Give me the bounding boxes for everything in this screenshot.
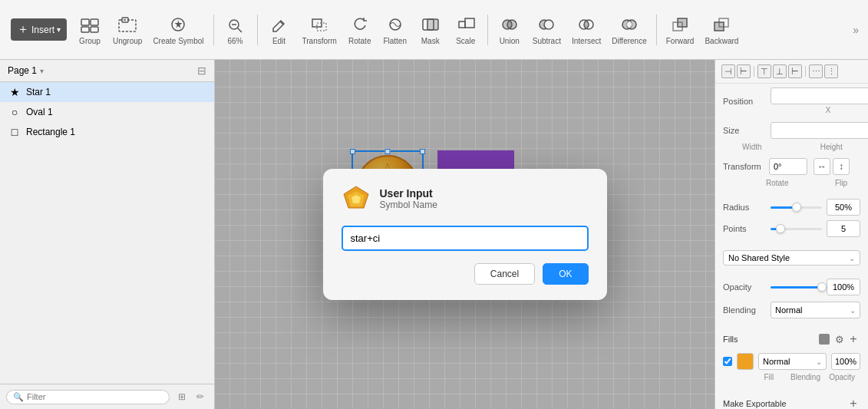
zoom-tool[interactable]: 66% (219, 11, 252, 48)
forward-tool[interactable]: Forward (662, 11, 699, 48)
left-panel: Page 1 ▾ ⊟ ★ Star 1 ○ Oval 1 □ Rectangle… (0, 60, 215, 409)
difference-tool[interactable]: Difference (607, 11, 651, 48)
intersect-tool[interactable]: Intersect (567, 11, 606, 48)
layer-item-rectangle[interactable]: □ Rectangle 1 (0, 122, 214, 142)
edit-label: Edit (272, 37, 285, 45)
separator-2 (257, 15, 258, 45)
points-input[interactable] (827, 220, 860, 237)
symbol-name-input[interactable] (342, 226, 589, 251)
width-sub-label: Width (723, 143, 781, 151)
fill-checkbox[interactable] (723, 357, 732, 366)
scale-icon (455, 14, 477, 35)
radius-slider-thumb[interactable] (792, 203, 801, 212)
points-label: Points (723, 224, 766, 233)
rotate-input[interactable] (769, 158, 807, 175)
fill-sub-row: Fill Blending Opacity (715, 373, 868, 383)
svg-line-8 (237, 28, 242, 33)
group-tool[interactable]: Group (73, 11, 107, 48)
union-tool[interactable]: Union (493, 11, 526, 48)
flip-v-button[interactable]: ↕ (833, 158, 850, 175)
distribute-h-button[interactable]: ⋯ (809, 64, 823, 78)
cancel-button[interactable]: Cancel (474, 263, 535, 285)
align-top-button[interactable]: ⊤ (757, 64, 771, 78)
fill-row: Normal ⌄ (715, 350, 868, 373)
sketch-logo-icon (342, 184, 371, 213)
radius-input[interactable] (827, 199, 860, 216)
width-input[interactable] (771, 122, 868, 139)
transform-label: Transform (723, 162, 766, 171)
insert-button[interactable]: ＋ Insert ▾ (11, 18, 67, 41)
backward-tool[interactable]: Backward (700, 11, 743, 48)
fills-settings-button[interactable]: ⚙ (833, 332, 847, 346)
x-label: X (771, 106, 868, 114)
flip-h-button[interactable]: ↔ (814, 158, 830, 175)
blending-label: Blending (723, 305, 766, 315)
radius-slider[interactable] (771, 206, 822, 209)
flatten-tool[interactable]: Flatten (378, 11, 412, 48)
edit-tool[interactable]: Edit (262, 11, 296, 48)
filter-search-icon: 🔍 (13, 392, 24, 402)
blending-row: Blending Normal ⌄ (715, 298, 868, 322)
group-label: Group (79, 37, 101, 45)
page-collapse-icon[interactable]: ⊟ (197, 64, 206, 77)
add-layer-button[interactable]: ⊞ (174, 389, 190, 404)
filter-input-wrap: 🔍 (6, 390, 170, 404)
height-sub-label: Height (803, 143, 861, 151)
svg-rect-15 (427, 19, 438, 30)
intersect-icon (576, 14, 597, 35)
flatten-icon (384, 14, 406, 35)
ungroup-icon (117, 14, 138, 35)
align-separator-1 (754, 66, 754, 77)
page-title[interactable]: Page 1 ▾ (8, 65, 44, 76)
toolbar-overflow-icon[interactable]: » (850, 21, 862, 39)
rotate-tool[interactable]: Rotate (343, 11, 377, 48)
filter-input[interactable] (27, 392, 163, 401)
make-exportable-add-button[interactable]: + (847, 397, 860, 409)
shared-style-select[interactable]: No Shared Style ⌄ (723, 250, 860, 266)
align-bottom-button[interactable]: ⊢ (788, 64, 802, 78)
distribute-v-button[interactable]: ⋮ (824, 64, 838, 78)
align-left-button[interactable]: ⊣ (721, 64, 735, 78)
ok-button[interactable]: OK (543, 263, 588, 285)
mask-tool[interactable]: Mask (414, 11, 447, 48)
points-slider[interactable] (771, 228, 822, 230)
svg-rect-0 (81, 19, 89, 25)
fills-add-button[interactable]: + (847, 332, 860, 346)
layer-item-star[interactable]: ★ Star 1 (0, 82, 214, 102)
svg-rect-27 (678, 18, 687, 27)
star-layer-icon: ★ (8, 86, 21, 98)
align-mid-v-button[interactable]: ⊥ (773, 64, 787, 78)
insert-tool[interactable]: ＋ Insert ▾ (6, 15, 71, 44)
page-chevron-icon: ▾ (40, 67, 44, 75)
canvas[interactable]: ↖ User Input Symbol Name (215, 60, 715, 409)
scale-tool[interactable]: Scale (449, 11, 483, 48)
opacity-slider-thumb[interactable] (817, 282, 827, 292)
flatten-label: Flatten (383, 37, 407, 45)
align-center-h-button[interactable]: ⊢ (737, 64, 751, 78)
subtract-tool[interactable]: Subtract (528, 11, 566, 48)
points-slider-thumb[interactable] (776, 224, 785, 233)
create-symbol-tool[interactable]: Create Symbol (148, 11, 208, 48)
svg-rect-2 (81, 27, 89, 32)
blending-select[interactable]: Normal ⌄ (771, 302, 860, 318)
opacity-slider-track (771, 286, 822, 289)
opacity-input[interactable] (827, 279, 860, 295)
make-exportable-row: Make Exportable + (715, 392, 868, 409)
fills-label: Fills (723, 335, 819, 344)
edit-layer-button[interactable]: ✏ (193, 389, 208, 404)
layer-item-oval[interactable]: ○ Oval 1 (0, 102, 214, 122)
ungroup-tool[interactable]: Ungroup (108, 11, 147, 48)
layer-list: ★ Star 1 ○ Oval 1 □ Rectangle 1 (0, 82, 214, 384)
transform-tool[interactable]: Transform (298, 11, 342, 48)
shared-style-arrow-icon: ⌄ (849, 254, 855, 262)
flip-sub-label: Flip (822, 179, 860, 187)
fills-color-swatch[interactable] (819, 334, 830, 345)
toolbar-end: » (850, 21, 862, 39)
union-label: Union (500, 37, 520, 45)
fill-opacity-input[interactable] (831, 353, 860, 370)
opacity-slider[interactable] (771, 286, 822, 289)
fill-sub-fill-label: Fill (751, 373, 787, 381)
x-input[interactable] (771, 87, 868, 104)
fill-color-swatch[interactable] (737, 353, 754, 370)
fill-blend-select[interactable]: Normal ⌄ (758, 353, 827, 370)
